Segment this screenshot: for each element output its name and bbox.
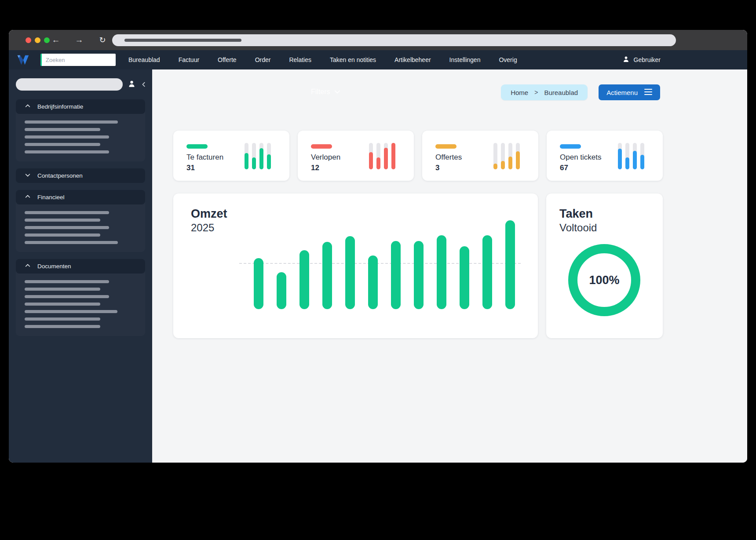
nav-item-order[interactable]: Order (246, 56, 280, 63)
minichart-bar-fill (508, 157, 512, 169)
omzet-bar (368, 255, 378, 309)
address-bar[interactable] (112, 34, 676, 46)
sidebar-sections: BedrijfsinformatieContactpersonenFinanci… (9, 99, 152, 336)
minichart-bar-fill (391, 143, 395, 169)
close-window-button[interactable] (26, 37, 31, 43)
minichart-bar-track (493, 143, 497, 169)
chevron-up-icon (25, 263, 31, 270)
minichart-bar-track (259, 143, 263, 169)
skeleton-line (25, 219, 100, 222)
stat-card-te-facturen[interactable]: Te facturen31 (173, 131, 289, 181)
forward-button[interactable]: → (73, 34, 85, 46)
chevron-down-icon (25, 172, 31, 179)
stat-card-open-tickets[interactable]: Open tickets67 (547, 131, 663, 181)
address-placeholder-line (124, 39, 241, 42)
main-panel: Filters Home > Bureaublad Actiemenu (152, 69, 747, 463)
person-icon[interactable] (128, 80, 136, 90)
maximize-window-button[interactable] (44, 37, 50, 43)
back-button[interactable]: ← (50, 34, 62, 46)
nav-item-offerte[interactable]: Offerte (208, 56, 246, 63)
sidebar-toolbar (16, 78, 147, 91)
omzet-bar (391, 241, 401, 309)
skeleton-line (25, 280, 109, 283)
nav-item-instellingen[interactable]: Instellingen (440, 56, 490, 63)
minichart-bar-fill (376, 157, 380, 169)
breadcrumb-home[interactable]: Home (511, 89, 528, 96)
minichart-bar-track (640, 143, 644, 169)
filters-label: Filters (311, 88, 330, 96)
sidebar-search-input[interactable] (16, 78, 123, 91)
nav-item-artikelbeheer[interactable]: Artikelbeheer (385, 56, 440, 63)
nav-item-bureaublad[interactable]: Bureaublad (119, 56, 169, 63)
omzet-bar (414, 241, 424, 309)
minichart-bar-track (625, 143, 629, 169)
minichart-bar-fill (493, 164, 497, 169)
filters-toggle[interactable]: Filters (311, 88, 340, 96)
user-menu[interactable]: Gebruiker (622, 55, 661, 64)
stat-card-value: 67 (560, 164, 663, 172)
skeleton-line (25, 303, 100, 306)
sidebar-collapse-icon[interactable] (141, 81, 147, 88)
minichart-bar-fill (640, 155, 644, 169)
minichart-bar-track (633, 143, 637, 169)
nav-item-taken-en-notities[interactable]: Taken en notities (321, 56, 385, 63)
minichart-bar-track (369, 143, 373, 169)
stat-accent-pill (435, 144, 457, 149)
user-icon (622, 55, 630, 64)
minichart-bar-fill (267, 154, 271, 169)
minimize-window-button[interactable] (35, 37, 40, 43)
minichart-bar-fill (633, 151, 637, 169)
stat-accent-pill (560, 144, 581, 149)
chevron-down-icon (334, 88, 340, 96)
skeleton-line (25, 226, 109, 229)
stat-cards-row: Te facturen31Verlopen12Offertes3Open tic… (173, 131, 663, 181)
sidebar-section-contactpersonen: Contactpersonen (16, 168, 145, 183)
sidebar-section-header-documenten[interactable]: Documenten (16, 259, 145, 274)
stat-card-label: Offertes (435, 153, 538, 162)
browser-window: ← → ↻ BureaubladFactuurOfferteOrderRelat… (9, 30, 747, 463)
sidebar-section-label: Bedrijfsinformatie (37, 103, 83, 110)
breadcrumb: Home > Bureaublad (501, 84, 588, 100)
sidebar-section-header-contactpersonen[interactable]: Contactpersonen (16, 168, 145, 183)
minichart-bar-fill (384, 148, 388, 169)
sidebar-section-financieel: Financieel (16, 190, 145, 252)
stat-card-label: Open tickets (560, 153, 663, 162)
tasks-card-title: Taken (559, 207, 663, 221)
sidebar-section-label: Contactpersonen (37, 172, 83, 179)
omzet-bar (299, 250, 309, 309)
chevron-up-icon (25, 193, 31, 201)
action-menu-button[interactable]: Actiemenu (599, 84, 660, 100)
average-dashed-line (239, 263, 521, 264)
nav-item-relaties[interactable]: Relaties (280, 56, 321, 63)
donut-ring: 100% (568, 244, 640, 316)
minichart-bar-fill (369, 152, 373, 169)
skeleton-line (25, 211, 109, 214)
minichart-bar-track (391, 143, 395, 169)
sidebar-section-bedrijfsinformatie: Bedrijfsinformatie (16, 99, 145, 161)
minichart-bar-track (508, 143, 512, 169)
omzet-bar (460, 246, 469, 309)
navbar-menu: BureaubladFactuurOfferteOrderRelatiesTak… (119, 56, 526, 63)
sidebar-section-body (16, 274, 145, 336)
minichart-bar-track (618, 143, 622, 169)
navbar-search-input[interactable] (40, 54, 116, 66)
refresh-button[interactable]: ↻ (97, 34, 108, 46)
breadcrumb-current[interactable]: Bureaublad (544, 89, 578, 96)
minichart-bar-fill (252, 157, 256, 169)
stat-card-offertes[interactable]: Offertes3 (422, 131, 538, 181)
minichart-bar-fill (516, 151, 520, 169)
app-navbar: BureaubladFactuurOfferteOrderRelatiesTak… (9, 50, 747, 69)
tasks-card: Taken Voltooid 100% (546, 193, 663, 338)
minichart-bar-fill (259, 148, 263, 169)
stat-card-verlopen[interactable]: Verlopen12 (298, 131, 414, 181)
omzet-bar (322, 242, 332, 309)
sidebar-section-header-bedrijfsinformatie[interactable]: Bedrijfsinformatie (16, 99, 145, 114)
sidebar-section-header-financieel[interactable]: Financieel (16, 190, 145, 204)
omzet-bar (482, 235, 492, 309)
chevron-up-icon (25, 103, 31, 110)
app-logo-icon[interactable] (16, 54, 30, 66)
minichart-bar-track (376, 143, 380, 169)
nav-item-overig[interactable]: Overig (489, 56, 526, 63)
skeleton-line (25, 234, 100, 237)
nav-item-factuur[interactable]: Factuur (169, 56, 208, 63)
